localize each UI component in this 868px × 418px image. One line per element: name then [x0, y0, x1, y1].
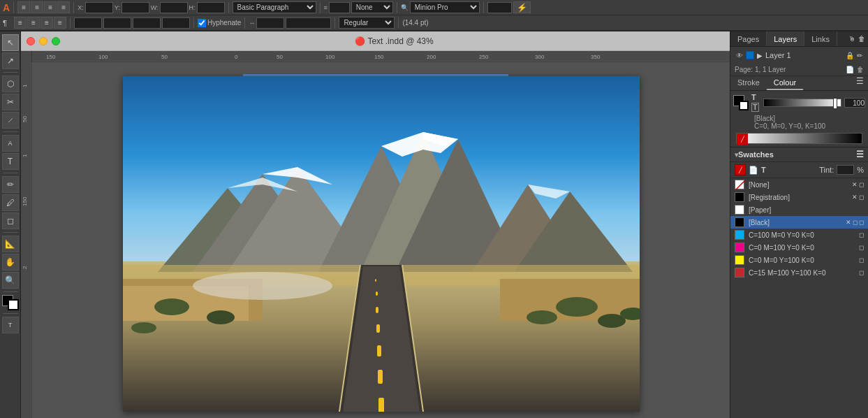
align-left-btn[interactable]: ≡ — [17, 1, 30, 13]
direct-select-btn[interactable]: ↗ — [2, 52, 19, 69]
tab-links[interactable]: Links — [804, 31, 837, 46]
kern-input[interactable]: 33.938 mm — [286, 17, 331, 29]
align-center-btn[interactable]: ≡ — [31, 1, 43, 13]
pen-tool-btn[interactable]: 🖊 — [2, 194, 19, 211]
swatch-black[interactable]: [Black] ✕ ◻ ◻ — [730, 216, 868, 229]
swatches-toolbar: ╱ 📄 T Tint: 100 % — [730, 162, 868, 178]
align-justify-btn[interactable]: ≡ — [57, 1, 70, 13]
new-swatch-btn[interactable]: 📄 — [749, 166, 758, 175]
tint-value-input[interactable]: 100 — [837, 165, 854, 175]
pencil-tool-btn[interactable]: ✏ — [2, 176, 19, 193]
page-info-bar: Page: 1, 1 Layer 📄 🗑 — [730, 64, 868, 76]
stroke-swatch-indicator[interactable] — [8, 299, 19, 310]
sep5 — [397, 2, 397, 13]
svg-point-42 — [527, 310, 557, 324]
font-variant-select[interactable]: Regular — [339, 17, 395, 29]
colour-tab[interactable]: Colour — [767, 76, 803, 90]
swatch-none-name: [None] — [749, 181, 848, 189]
scissor-tool-btn[interactable]: ✂ — [2, 94, 19, 110]
tracking-input[interactable]: 4.233 — [256, 17, 284, 29]
swatch-magenta[interactable]: C=0 M=100 Y=0 K=0 ◻ — [730, 241, 868, 254]
right-panel: Pages Layers Links 🖱 🗑 👁 ▶ Layer 1 🔒 ✏ P… — [730, 31, 868, 418]
swatch-registration[interactable]: [Registration] ✕ ◻ — [730, 191, 868, 203]
swatch-cyan[interactable]: C=100 M=0 Y=0 K=0 ◻ — [730, 229, 868, 241]
type-tool-btn[interactable]: T — [2, 153, 19, 170]
col-label-group: 0 — [133, 17, 161, 29]
char-tool-btn[interactable]: A — [2, 135, 19, 152]
frame-tool-btn[interactable]: ⬡ — [2, 75, 19, 92]
swatch-box-none — [735, 180, 744, 189]
font-size-input[interactable]: 12 pt — [487, 2, 512, 13]
tool-sep-6 — [3, 313, 18, 314]
panel-action-2[interactable]: 🗑 — [858, 35, 865, 43]
close-btn[interactable] — [27, 37, 35, 45]
x-pos-input[interactable]: 0 mm — [85, 2, 113, 13]
tool-sep-5 — [3, 291, 18, 292]
stroke-tab[interactable]: Stroke — [730, 76, 767, 90]
delete-page-btn[interactable]: 🗑 — [857, 66, 864, 73]
colour-stroke-box[interactable] — [739, 101, 749, 110]
paragraph-style-select[interactable]: Basic Paragraph — [233, 1, 316, 13]
svg-rect-49 — [376, 324, 380, 333]
rect-tool-btn[interactable]: ◻ — [2, 212, 19, 229]
align-right2-btn[interactable]: ≡ — [41, 17, 53, 29]
swatch-fill-indicator[interactable]: ╱ — [735, 164, 746, 175]
t-icons-group: T T — [751, 94, 759, 112]
lightning-btn[interactable]: ⚡ — [513, 1, 531, 13]
paragraph-icon: ¶ — [3, 19, 13, 27]
align-left2-btn[interactable]: ≡ — [14, 17, 27, 29]
min-btn[interactable] — [39, 37, 47, 45]
none-select[interactable]: None — [351, 1, 393, 13]
align-justify2-btn[interactable]: ≡ — [54, 17, 66, 29]
w-input[interactable]: 0 mm — [160, 2, 188, 13]
y-pos-input[interactable]: 0 mm — [122, 2, 149, 13]
col-input[interactable]: 0 — [133, 17, 161, 29]
colour-cmyk: C=0, M=0, Y=0, K=100 — [736, 122, 865, 130]
hand-tool-btn[interactable]: ✋ — [2, 254, 19, 271]
swatch-magenta-name: C=0 M=100 Y=0 K=0 — [749, 244, 855, 252]
gutter-input[interactable]: 0 — [162, 17, 190, 29]
colour-panel-menu[interactable]: ☰ — [852, 76, 868, 90]
tab-pages[interactable]: Pages — [730, 31, 767, 46]
align-right-btn[interactable]: ≡ — [44, 1, 57, 13]
swatch-type-icon-1: ◻ — [859, 181, 864, 188]
x2-input[interactable]: 0 mm — [74, 17, 102, 29]
canvas-viewport[interactable] — [32, 62, 730, 418]
swatch-paper[interactable]: [Paper] — [730, 203, 868, 216]
window-title: 🔴 Text .indd @ 43% — [64, 36, 724, 46]
zoom-tool-btn[interactable]: 🔍 — [2, 272, 19, 289]
select-tool-btn[interactable]: ↖ — [2, 34, 19, 51]
cols-input[interactable]: 1 — [329, 2, 350, 13]
tab-layers[interactable]: Layers — [767, 31, 804, 46]
line-tool-btn[interactable]: ⟋ — [2, 112, 19, 129]
colour-pct-input[interactable] — [844, 98, 865, 108]
new-page-btn[interactable]: 📄 — [846, 66, 854, 73]
y2-input[interactable]: 0 mm — [103, 17, 131, 29]
measure-tool-btn[interactable]: 📐 — [2, 236, 19, 252]
max-btn[interactable] — [52, 37, 60, 45]
type-swatch-btn[interactable]: T — [761, 166, 766, 174]
layer-1-item[interactable]: 👁 ▶ Layer 1 🔒 ✏ — [733, 50, 865, 61]
swatch-box-reg — [735, 192, 744, 202]
ruler-h-svg: 150 100 50 0 50 100 150 200 250 300 350 — [32, 51, 730, 62]
font-select[interactable]: Minion Pro — [410, 1, 480, 13]
layer-edit-icon[interactable]: ✏ — [857, 52, 862, 59]
swatch-red[interactable]: C=15 M=100 Y=100 K=0 ◻ — [730, 266, 868, 279]
swatch-none[interactable]: [None] ✕ ◻ — [730, 178, 868, 191]
swatches-menu-icon[interactable]: ☰ — [856, 150, 864, 159]
h-input[interactable]: 0 mm — [197, 2, 225, 13]
hyphenate-checkbox[interactable] — [198, 19, 206, 27]
panel-action-1[interactable]: 🖱 — [848, 35, 855, 43]
layer-lock-icon[interactable]: 🔒 — [846, 52, 854, 59]
gradient-stop-indicator[interactable]: ╱ — [737, 134, 748, 145]
svg-point-37 — [154, 298, 189, 315]
frame-type-btn[interactable]: T — [2, 317, 19, 333]
layer-visibility-eye[interactable]: 👁 — [736, 52, 743, 59]
swatch-yellow[interactable]: C=0 M=0 Y=100 K=0 ◻ — [730, 254, 868, 266]
colour-slider[interactable] — [763, 99, 841, 107]
align-center2-btn[interactable]: ≡ — [27, 17, 40, 29]
swatch-box-paper — [735, 205, 744, 215]
swatch-type-icon-c: ◻ — [859, 231, 864, 238]
sep-r2-1 — [70, 17, 71, 29]
align-group2: ≡ ≡ ≡ ≡ — [14, 17, 66, 29]
